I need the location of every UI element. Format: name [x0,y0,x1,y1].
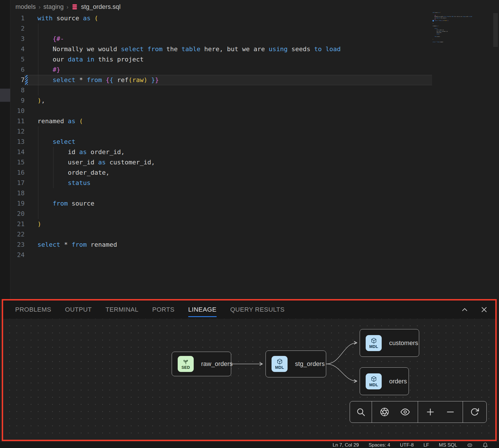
code-line[interactable]: order_date, [37,168,341,178]
status-item-0[interactable]: Ln 7, Col 29 [332,442,359,448]
lineage-node-orders[interactable]: MDLorders [360,367,409,395]
chevron-up-icon[interactable] [460,305,469,314]
code-line[interactable] [37,85,341,95]
tab-lineage[interactable]: LINEAGE [188,306,217,313]
code-token: source [435,12,439,13]
code-token: order_date, [433,32,442,33]
close-icon[interactable] [480,305,488,314]
code-line[interactable]: renamed as ( [37,116,341,126]
code-token: using [463,16,465,17]
code-token: renamed [433,25,437,26]
breadcrumb-file[interactable]: stg_orders.sql [81,3,120,11]
code-line[interactable]: id as order_id, [37,147,341,157]
node-badge: MDL [272,356,288,372]
code-line[interactable] [37,23,341,34]
code-line[interactable] [37,209,341,219]
tab-output[interactable]: OUTPUT [65,306,92,313]
code-token: order_id, [439,29,444,30]
toolbar-group [372,401,418,423]
code-line: status [433,33,440,35]
zoom-out-icon[interactable] [443,404,458,420]
code-line: from source [433,36,440,37]
code-token: in [87,56,94,63]
toolbar-group [350,401,372,423]
line-number: 4 [10,44,25,54]
code-token: * [75,76,87,83]
code-token: select [433,28,437,29]
code-token: as [68,118,76,125]
minimap[interactable]: with source as ( {#- Normally we would s… [433,12,493,49]
tab-problems[interactable]: PROBLEMS [15,306,51,313]
status-item-4[interactable]: MS SQL [439,442,457,448]
search-icon[interactable] [353,404,369,420]
lineage-node-stg_orders[interactable]: MDLstg_orders [266,351,326,377]
code-token: data [437,17,439,18]
code-line[interactable]: status [37,178,341,188]
tab-terminal[interactable]: TERMINAL [106,306,138,313]
breadcrumb-item[interactable]: staging [43,3,64,11]
code-line[interactable]: user_id as customer_id, [37,157,341,168]
code-token: table [181,45,200,53]
code-line[interactable] [37,126,341,137]
code-line[interactable]: our data in this project [37,54,341,65]
code-line[interactable] [37,229,341,240]
code-line[interactable]: from source [37,198,341,209]
code-token: { [106,76,109,83]
code-line[interactable]: select * from renamed [37,240,341,250]
edge-stg_orders-customers [326,343,357,364]
code-line[interactable]: with source as ( [37,13,341,23]
line-number: 7 [10,75,25,85]
eye-icon[interactable] [397,404,413,420]
code-token: renamed [439,42,443,43]
lineage-toolbar [350,401,487,423]
tab-ports[interactable]: PORTS [152,306,175,313]
node-badge: SED [178,356,194,372]
line-number: 8 [10,85,25,95]
tab-query-results[interactable]: QUERY RESULTS [230,306,285,313]
aperture-icon[interactable] [377,404,392,420]
code-token: our [37,56,68,63]
code-line[interactable]: ) [37,219,341,229]
line-number: 10 [10,106,25,116]
breadcrumb-item[interactable]: models [15,3,36,11]
code-line[interactable] [37,250,341,260]
code-line[interactable]: ), [37,95,341,106]
code-token: customer_id, [441,31,448,32]
cube-icon [276,358,283,365]
status-item-1[interactable]: Spaces: 4 [369,442,390,448]
refresh-icon[interactable] [467,404,482,420]
breadcrumb-separator: › [67,4,69,10]
code-token: {#- [433,15,436,16]
node-label: customers [389,339,418,347]
code-token: here, but we are [454,16,463,17]
bell-icon[interactable] [482,442,488,448]
status-item-2[interactable]: UTF-8 [400,442,414,448]
code-token: the [163,45,181,53]
lineage-canvas[interactable]: SEDraw_ordersMDLstg_ordersMDLcustomersMD… [3,319,495,440]
code-editor[interactable]: 123456789101112131415161718192021222324 … [0,11,499,269]
code-line[interactable]: select [37,137,341,147]
code-token: as [83,15,91,22]
editor-scrollbar[interactable] [493,13,498,47]
copilot-icon[interactable] [467,442,473,448]
code-token: Normally we would [37,45,121,53]
gutter-modified-indicator [25,75,28,85]
lineage-node-raw_orders[interactable]: SEDraw_orders [172,352,231,376]
code-line[interactable] [37,106,341,116]
status-item-3[interactable]: LF [423,442,429,448]
code-token [322,45,325,53]
code-token [147,76,151,83]
code-token: user_id [433,31,441,32]
code-token: #} [433,19,435,20]
zoom-in-icon[interactable] [423,404,438,420]
code-token: the [449,16,452,17]
code-line[interactable]: Normally we would select from the table … [37,44,341,54]
code-line[interactable]: select * from {{ ref(raw) }} [37,75,341,85]
breadcrumb: models›staging›stg_orders.sql [15,2,120,11]
code-token: } [155,76,159,83]
code-line[interactable] [37,188,341,198]
code-line[interactable]: {#- [37,34,341,44]
code-line[interactable]: #} [37,65,341,75]
lineage-node-customers[interactable]: MDLcustomers [360,329,419,357]
line-number: 24 [10,250,25,260]
